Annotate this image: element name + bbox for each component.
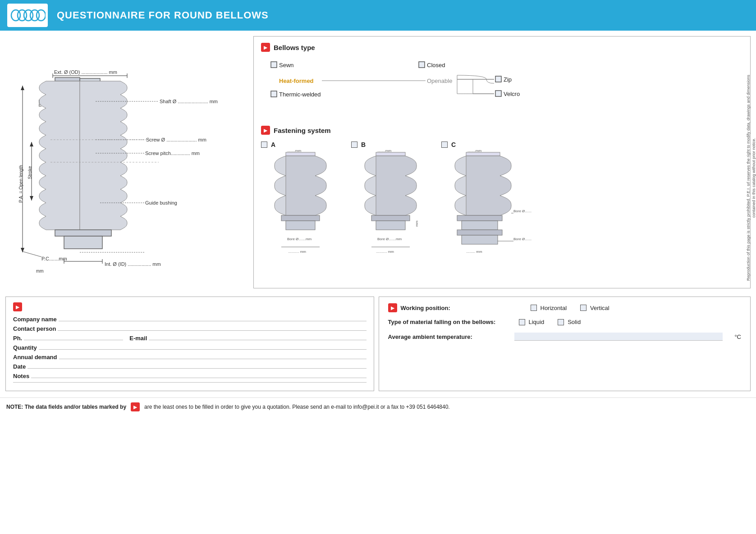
solid-label: Solid <box>568 319 581 325</box>
temp-label: Average ambient temperature: <box>388 333 505 340</box>
svg-text:........mm: ........mm <box>467 150 481 153</box>
svg-text:Velcro: Velcro <box>504 91 520 97</box>
ph-dots <box>24 340 123 340</box>
liquid-checkbox[interactable] <box>519 319 525 325</box>
annual-demand-row: Annual demand <box>13 354 367 361</box>
footer-note-suffix: are the least ones to be filled in order… <box>144 404 450 410</box>
horizontal-checkbox[interactable] <box>531 305 537 311</box>
temp-field[interactable] <box>514 333 723 341</box>
svg-rect-81 <box>457 215 502 221</box>
vertical-checkbox[interactable] <box>580 305 586 311</box>
svg-rect-83 <box>457 230 502 235</box>
checkbox-b[interactable] <box>351 141 357 148</box>
svg-text:Screw pitch.............. mm: Screw pitch.............. mm <box>145 151 200 156</box>
svg-text:........mm: ........mm <box>377 150 391 153</box>
working-position-label: Working position: <box>401 305 518 311</box>
svg-point-4 <box>37 10 46 21</box>
svg-text:Shaft Ø ......................: Shaft Ø ...................... mm <box>160 99 218 104</box>
quantity-dots <box>39 349 367 350</box>
svg-text:Bore Ø.......mm: Bore Ø.......mm <box>287 237 312 241</box>
svg-rect-78 <box>466 152 500 156</box>
checkbox-c[interactable] <box>441 141 448 148</box>
email-dots <box>149 340 366 340</box>
contact-person-label: Contact person <box>13 325 56 332</box>
quantity-row: Quantity <box>13 344 367 351</box>
svg-text:........... mm: ........... mm <box>288 250 306 254</box>
fastening-a-label: A <box>271 141 275 148</box>
right-panel: Bellows type Sewn Heat-formed Thermic-we… <box>253 36 751 288</box>
main-content: Ext. Ø (OD) ................... mm P.A. … <box>0 31 756 288</box>
vertical-option: Vertical <box>580 305 609 311</box>
date-label: Date <box>13 363 26 370</box>
company-name-dots <box>59 321 367 321</box>
required-icon-working <box>388 303 397 312</box>
diagram-section: Ext. Ø (OD) ................... mm P.A. … <box>5 36 249 288</box>
notes-label: Notes <box>13 373 29 379</box>
svg-text:P.C.......mm: P.C.......mm <box>41 256 67 261</box>
company-name-label: Company name <box>13 316 57 323</box>
svg-text:........... mm: ........... mm <box>376 250 394 254</box>
temp-unit: °C <box>734 333 741 340</box>
annual-demand-dots <box>59 359 367 359</box>
side-reproduction-text: Reproduction of this page is strictly pr… <box>746 67 756 288</box>
svg-text:mm: mm <box>36 269 44 274</box>
svg-text:Int. Ø (ID) ................. : Int. Ø (ID) ................. mm <box>105 261 161 267</box>
svg-text:Zip: Zip <box>504 76 512 83</box>
horizontal-option: Horizontal <box>531 305 567 311</box>
header: QUESTIONNAIRE FOR ROUND BELLOWS <box>0 0 756 31</box>
fastening-c-label: C <box>451 141 456 148</box>
notes-row: Notes <box>13 373 367 379</box>
svg-rect-48 <box>419 62 425 68</box>
svg-rect-31 <box>55 230 111 236</box>
svg-text:Bore Ø.......mm: Bore Ø.......mm <box>513 237 531 241</box>
bellows-type-title: Bellows type <box>261 43 743 52</box>
diagram-area: Ext. Ø (OD) ................... mm P.A. … <box>5 36 249 279</box>
footer-note-prefix: NOTE: The data fields and/or tables mark… <box>6 404 126 410</box>
svg-rect-64 <box>281 215 320 221</box>
ph-email-row: Ph. E-mail <box>13 335 367 342</box>
required-icon-bellows <box>261 43 270 52</box>
working-section: Working position: Horizontal Vertical Ty… <box>379 297 751 391</box>
svg-rect-82 <box>462 221 498 230</box>
checkbox-a[interactable] <box>261 141 267 148</box>
fastening-b-label: B <box>361 141 366 148</box>
svg-rect-43 <box>271 62 277 68</box>
fastening-section: Fastening system A ........mm <box>261 126 743 263</box>
svg-text:Thermic-welded: Thermic-welded <box>279 91 321 98</box>
svg-rect-73 <box>376 221 405 230</box>
contact-section: Company name Contact person Ph. E-mail Q… <box>5 297 374 391</box>
svg-rect-69 <box>376 152 405 156</box>
svg-rect-84 <box>462 235 498 244</box>
svg-rect-65 <box>286 221 315 230</box>
fastening-option-b: B ........mm mm Bore Ø.......mm ........… <box>351 141 437 263</box>
svg-text:P.A. = Open length: P.A. = Open length <box>18 165 23 203</box>
solid-checkbox[interactable] <box>558 319 564 325</box>
company-name-row: Company name <box>13 316 367 323</box>
logo <box>7 4 48 27</box>
svg-text:......... mm: ......... mm <box>466 250 482 254</box>
svg-text:Heat-formed: Heat-formed <box>279 78 314 84</box>
annual-demand-label: Annual demand <box>13 354 57 361</box>
bottom-content: Company name Contact person Ph. E-mail Q… <box>0 292 756 396</box>
required-icon-fastening <box>261 126 270 135</box>
fastening-diagrams: A ........mm mm <box>261 141 743 263</box>
svg-rect-72 <box>371 215 410 221</box>
svg-rect-46 <box>271 91 277 97</box>
horizontal-label: Horizontal <box>541 305 567 311</box>
svg-rect-53 <box>495 91 501 96</box>
date-row: Date <box>13 363 367 370</box>
contact-person-row: Contact person <box>13 325 367 332</box>
page-title: QUESTIONNAIRE FOR ROUND BELLOWS <box>57 9 269 21</box>
svg-text:Ext. Ø (OD) ..................: Ext. Ø (OD) ................... mm <box>54 69 117 75</box>
required-icon-footer <box>131 402 140 411</box>
email-label: E-mail <box>129 335 147 342</box>
notes-dots <box>31 378 366 378</box>
extra-dots <box>13 382 367 383</box>
fastening-option-a: A ........mm mm <box>261 141 347 263</box>
svg-text:Stroke: Stroke <box>27 166 32 179</box>
svg-text:Bore Ø.......mm: Bore Ø.......mm <box>377 237 402 241</box>
fastening-title: Fastening system <box>261 126 743 135</box>
vertical-label: Vertical <box>590 305 609 311</box>
extra-line <box>13 382 367 383</box>
contact-person-dots <box>58 330 366 331</box>
